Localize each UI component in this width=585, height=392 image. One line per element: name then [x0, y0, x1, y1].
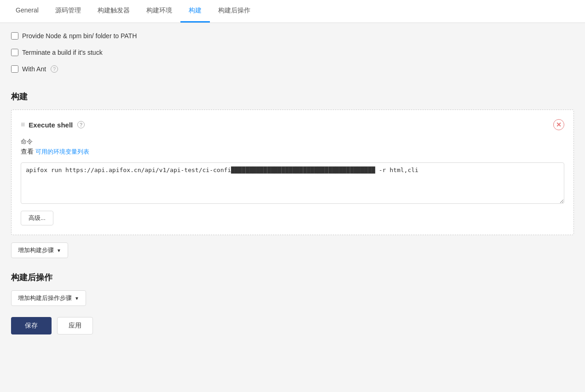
add-post-step-label: 增加构建后操作步骤: [18, 294, 72, 302]
label-ant: With Ant: [22, 65, 46, 73]
command-textarea-wrap: apifox run https://api.apifox.cn/api/v1/…: [21, 159, 564, 211]
apply-button[interactable]: 应用: [57, 317, 93, 334]
tab-build[interactable]: 构建: [180, 0, 210, 23]
add-step-row: 增加构建步骤 ▼: [11, 242, 574, 258]
post-build-title: 构建后操作: [11, 272, 574, 283]
checkbox-node-path[interactable]: [11, 32, 18, 40]
drag-handle-icon[interactable]: ≡: [21, 121, 25, 129]
env-var-link[interactable]: 可用的环境变量列表: [35, 148, 89, 155]
add-build-step-button[interactable]: 增加构建步骤 ▼: [11, 242, 68, 258]
execute-shell-help-icon[interactable]: ?: [77, 121, 85, 128]
label-terminate: Terminate a build if it's stuck: [22, 49, 103, 56]
env-link-prefix: 查看: [21, 148, 35, 155]
advanced-button[interactable]: 高级...: [21, 211, 53, 225]
tab-general[interactable]: General: [7, 0, 47, 23]
tab-trigger[interactable]: 构建触发器: [89, 0, 138, 23]
checkbox-row-node: Provide Node & npm bin/ folder to PATH: [11, 32, 574, 40]
main-content: Provide Node & npm bin/ folder to PATH T…: [0, 23, 585, 392]
remove-step-button[interactable]: ✕: [553, 119, 564, 130]
post-build-section: 构建后操作 增加构建后操作步骤 ▼: [11, 272, 574, 306]
action-bar: 保存 应用: [11, 317, 574, 344]
label-node-path: Provide Node & npm bin/ folder to PATH: [22, 32, 137, 40]
add-post-step-dropdown-arrow-icon: ▼: [75, 296, 79, 301]
tab-post-build[interactable]: 构建后操作: [210, 0, 259, 23]
add-post-build-step-button[interactable]: 增加构建后操作步骤 ▼: [11, 290, 86, 306]
add-step-dropdown-arrow-icon: ▼: [57, 248, 61, 253]
tab-build-env[interactable]: 构建环境: [138, 0, 180, 23]
save-button[interactable]: 保存: [11, 317, 52, 334]
env-var-row: 查看 可用的环境变量列表: [21, 148, 564, 156]
ant-help-icon[interactable]: ?: [51, 65, 58, 73]
command-field-label: 命令: [21, 138, 564, 146]
checkbox-ant[interactable]: [11, 65, 18, 73]
build-section-title: 构建: [11, 91, 574, 102]
checkbox-terminate[interactable]: [11, 49, 18, 56]
add-step-label: 增加构建步骤: [18, 246, 54, 254]
build-card-header: ≡ Execute shell ? ✕: [21, 119, 564, 130]
checkbox-row-terminate: Terminate a build if it's stuck: [11, 49, 574, 56]
build-card: ≡ Execute shell ? ✕ 命令 查看 可用的环境变量列表 apif…: [11, 110, 574, 235]
checkbox-row-ant: With Ant ?: [11, 65, 574, 73]
command-textarea[interactable]: apifox run https://api.apifox.cn/api/v1/…: [21, 162, 564, 204]
tab-bar: General 源码管理 构建触发器 构建环境 构建 构建后操作: [0, 0, 585, 23]
build-card-title-group: ≡ Execute shell ?: [21, 121, 85, 129]
tab-source[interactable]: 源码管理: [47, 0, 89, 23]
execute-shell-label: Execute shell: [29, 121, 73, 129]
